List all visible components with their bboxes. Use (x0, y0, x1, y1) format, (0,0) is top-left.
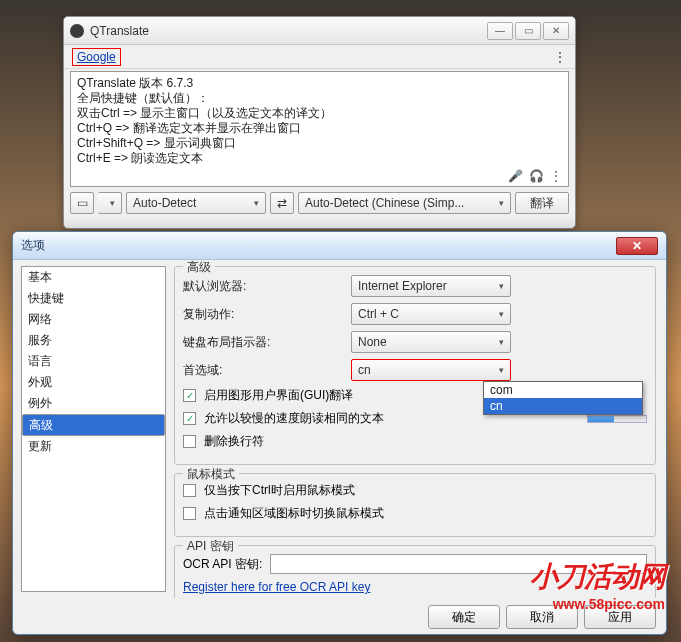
ocr-api-key-label: OCR API 密钥: (183, 556, 262, 573)
microphone-icon[interactable]: 🎤 (508, 169, 523, 183)
history-button[interactable]: ▭ (70, 192, 94, 214)
kebab-menu-icon[interactable]: ⋮ (553, 49, 567, 65)
copy-action-label: 复制动作: (183, 306, 343, 323)
close-button[interactable]: ✕ (543, 22, 569, 40)
mouse-tray-label: 点击通知区域图标时切换鼠标模式 (204, 505, 384, 522)
options-title: 选项 (21, 237, 616, 254)
swap-languages-button[interactable]: ⇄ (270, 192, 294, 214)
chevron-down-icon: ▾ (499, 309, 504, 319)
list-item-languages[interactable]: 语言 (22, 351, 165, 372)
qtranslate-main-window: QTranslate — ▭ ✕ Google ⋮ QTranslate 版本 … (63, 16, 576, 229)
list-item-updates[interactable]: 更新 (22, 436, 165, 457)
mouse-ctrl-checkbox[interactable] (183, 484, 196, 497)
chevron-down-icon: ▾ (499, 281, 504, 291)
apply-button[interactable]: 应用 (584, 605, 656, 629)
maximize-button[interactable]: ▭ (515, 22, 541, 40)
list-item-services[interactable]: 服务 (22, 330, 165, 351)
list-item-advanced[interactable]: 高级 (22, 414, 165, 436)
minimize-button[interactable]: — (487, 22, 513, 40)
mouse-tray-checkbox[interactable] (183, 507, 196, 520)
target-language-select[interactable]: Auto-Detect (Chinese (Simp...▾ (298, 192, 511, 214)
remove-linebreaks-label: 删除换行符 (204, 433, 264, 450)
list-item-network[interactable]: 网络 (22, 309, 165, 330)
chevron-down-icon: ▾ (110, 198, 115, 208)
advanced-group: 高级 默认浏览器: Internet Explorer▾ 复制动作: Ctrl … (174, 266, 656, 465)
mouse-mode-group: 鼠标模式 仅当按下Ctrl时启用鼠标模式 点击通知区域图标时切换鼠标模式 (174, 473, 656, 537)
options-dialog: 选项 ✕ 基本 快捷键 网络 服务 语言 外观 例外 高级 更新 高级 默认浏览… (12, 231, 667, 635)
slow-read-label: 允许以较慢的速度朗读相同的文本 (204, 410, 384, 427)
ocr-api-key-input[interactable] (270, 554, 647, 574)
copy-action-select[interactable]: Ctrl + C▾ (351, 303, 511, 325)
gui-translate-label: 启用图形用户界面(GUI)翻译 (204, 387, 353, 404)
list-item-hotkeys[interactable]: 快捷键 (22, 288, 165, 309)
main-window-title: QTranslate (90, 24, 485, 38)
preferred-domain-dropdown[interactable]: com cn (483, 381, 643, 415)
chevron-down-icon: ▾ (254, 198, 259, 208)
default-browser-label: 默认浏览器: (183, 278, 343, 295)
preferred-domain-select[interactable]: cn▾ (351, 359, 511, 381)
translate-toolbar: ▭ ▾ Auto-Detect▾ ⇄ Auto-Detect (Chinese … (64, 189, 575, 217)
register-ocr-link[interactable]: Register here for free OCR API key (183, 580, 370, 594)
list-item-exceptions[interactable]: 例外 (22, 393, 165, 414)
domain-option-com[interactable]: com (484, 382, 642, 398)
remove-linebreaks-checkbox[interactable] (183, 435, 196, 448)
history-dropdown[interactable]: ▾ (98, 192, 122, 214)
ok-button[interactable]: 确定 (428, 605, 500, 629)
cancel-button[interactable]: 取消 (506, 605, 578, 629)
default-browser-select[interactable]: Internet Explorer▾ (351, 275, 511, 297)
book-icon: ▭ (77, 196, 88, 210)
chevron-down-icon: ▾ (499, 337, 504, 347)
swap-icon: ⇄ (277, 196, 287, 210)
options-category-list[interactable]: 基本 快捷键 网络 服务 语言 外观 例外 高级 更新 (21, 266, 166, 592)
options-panel-advanced: 高级 默认浏览器: Internet Explorer▾ 复制动作: Ctrl … (166, 260, 666, 598)
mouse-ctrl-label: 仅当按下Ctrl时启用鼠标模式 (204, 482, 355, 499)
headphones-icon[interactable]: 🎧 (529, 169, 544, 183)
slow-read-checkbox[interactable]: ✓ (183, 412, 196, 425)
source-language-select[interactable]: Auto-Detect▾ (126, 192, 266, 214)
list-item-appearance[interactable]: 外观 (22, 372, 165, 393)
list-item-basic[interactable]: 基本 (22, 267, 165, 288)
provider-tabs: Google ⋮ (64, 45, 575, 69)
kebab-menu-icon[interactable]: ⋮ (550, 169, 562, 183)
chevron-down-icon: ▾ (499, 198, 504, 208)
api-key-group: API 密钥 OCR API 密钥: Register here for fre… (174, 545, 656, 598)
close-button[interactable]: ✕ (616, 237, 658, 255)
keyboard-indicator-select[interactable]: None▾ (351, 331, 511, 353)
google-tab[interactable]: Google (72, 48, 121, 66)
chevron-down-icon: ▾ (499, 365, 504, 375)
dialog-buttons: 确定 取消 应用 (428, 605, 656, 629)
options-titlebar: 选项 ✕ (13, 232, 666, 260)
domain-option-cn[interactable]: cn (484, 398, 642, 414)
source-text-area[interactable]: QTranslate 版本 6.7.3 全局快捷键（默认值）： 双击Ctrl =… (70, 71, 569, 187)
main-titlebar: QTranslate — ▭ ✕ (64, 17, 575, 45)
keyboard-indicator-label: 键盘布局指示器: (183, 334, 343, 351)
app-icon (70, 24, 84, 38)
preferred-domain-label: 首选域: (183, 362, 343, 379)
gui-translate-checkbox[interactable]: ✓ (183, 389, 196, 402)
translate-button[interactable]: 翻译 (515, 192, 569, 214)
progress-bar (587, 415, 647, 423)
